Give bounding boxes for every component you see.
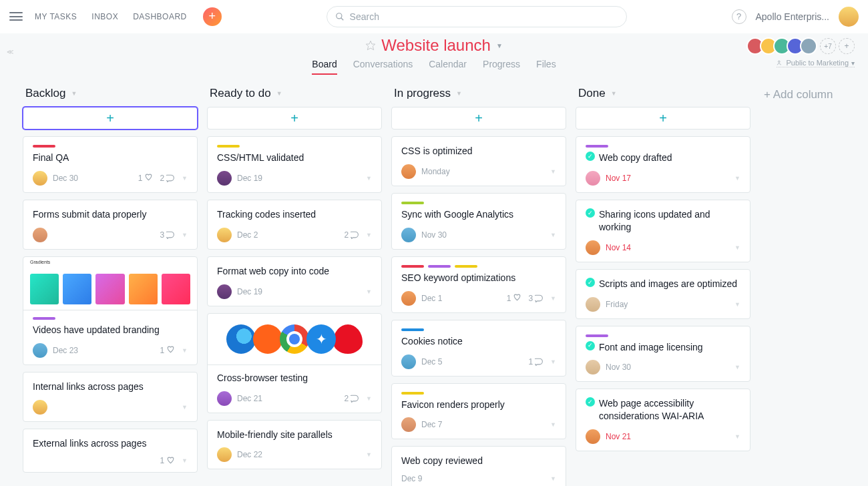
assignee-avatar[interactable] [586,297,600,312]
card[interactable]: ✦Cross-browser testingDec 212▼ [207,313,382,413]
card-menu-chevron[interactable]: ▼ [366,175,372,182]
card-menu-chevron[interactable]: ▼ [734,175,740,182]
nav-my-tasks[interactable]: MY TASKS [35,12,77,21]
card-menu-chevron[interactable]: ▼ [366,451,372,458]
search-input[interactable]: Search [327,6,627,27]
card[interactable]: Forms submit data properly3▼ [23,200,198,250]
card[interactable]: CSS is optimizedMonday▼ [391,136,566,186]
card-menu-chevron[interactable]: ▼ [550,358,556,365]
tab-files[interactable]: Files [536,59,556,75]
card[interactable]: GradientsVideos have updated brandingDec… [23,256,198,365]
assignee-avatar[interactable] [33,171,47,186]
help-button[interactable]: ? [732,9,746,24]
card[interactable]: SEO keyword optimizationsDec 113▼ [391,256,566,313]
assignee-avatar[interactable] [586,360,600,375]
card[interactable]: Tracking codes insertedDec 22▼ [207,200,382,250]
star-icon[interactable] [365,40,376,51]
comments-count[interactable]: 1 [528,357,544,367]
card-menu-chevron[interactable]: ▼ [550,168,556,175]
menu-icon[interactable] [9,10,23,23]
project-members[interactable]: +7 + [750,37,855,55]
assignee-avatar[interactable] [401,164,416,179]
user-avatar[interactable] [839,7,859,27]
project-menu-chevron[interactable]: ▼ [496,42,503,49]
assignee-avatar[interactable] [217,284,232,299]
column-header[interactable]: Done▼ [576,87,750,100]
add-card-button[interactable]: + [391,107,566,130]
card[interactable]: ✓Scripts and images are optimizedFriday▼ [576,269,750,319]
card-menu-chevron[interactable]: ▼ [182,347,188,354]
add-card-button[interactable]: + [576,107,750,130]
assignee-avatar[interactable] [217,171,232,186]
card[interactable]: ✓Sharing icons updated and workingNov 14… [576,200,750,262]
add-button[interactable]: + [203,7,222,26]
members-more[interactable]: +7 [820,38,836,54]
likes-count[interactable]: 1 [160,456,175,465]
card-menu-chevron[interactable]: ▼ [550,475,556,482]
card[interactable]: Mobile-friendly site parallelsDec 22▼ [207,420,382,470]
card-menu-chevron[interactable]: ▼ [550,421,556,428]
assignee-avatar[interactable] [401,354,416,369]
comments-count[interactable]: 2 [160,174,175,183]
card[interactable]: ✓Web copy draftedNov 17▼ [576,136,750,193]
card[interactable]: Cookies noticeDec 51▼ [391,320,566,377]
card-menu-chevron[interactable]: ▼ [734,244,740,251]
column-header[interactable]: Ready to do▼ [207,87,382,100]
card-menu-chevron[interactable]: ▼ [182,404,188,411]
assignee-avatar[interactable] [401,417,416,432]
add-column-button[interactable]: + Add column [760,87,833,101]
assignee-avatar[interactable] [401,291,416,306]
card[interactable]: Sync with Google AnalyticsNov 30▼ [391,193,566,250]
card[interactable]: ✓Font and image licensingNov 30▼ [576,326,750,383]
add-card-button[interactable]: + [23,107,198,130]
column-header[interactable]: Backlog▼ [23,87,198,100]
comments-count[interactable]: 2 [344,230,359,240]
card-menu-chevron[interactable]: ▼ [366,288,372,295]
card-menu-chevron[interactable]: ▼ [182,232,188,238]
assignee-avatar[interactable] [401,228,416,242]
assignee-avatar[interactable] [586,429,600,444]
add-card-button[interactable]: + [207,107,382,130]
card-menu-chevron[interactable]: ▼ [366,232,372,238]
likes-count[interactable]: 1 [507,294,522,303]
comments-count[interactable]: 2 [344,394,359,403]
nav-inbox[interactable]: INBOX [91,12,118,21]
workspace-name[interactable]: Apollo Enterpris... [756,11,830,22]
card[interactable]: Web copy reviewedDec 9▼ [391,446,566,486]
add-member-button[interactable]: + [839,38,855,54]
card[interactable]: Format web copy into codeDec 19▼ [207,256,382,306]
tab-board[interactable]: Board [312,59,337,75]
nav-dashboard[interactable]: DASHBOARD [133,12,187,21]
assignee-avatar[interactable] [586,240,600,255]
tab-calendar[interactable]: Calendar [429,59,467,75]
card-menu-chevron[interactable]: ▼ [550,232,556,238]
tab-conversations[interactable]: Conversations [353,59,413,75]
assignee-avatar[interactable] [33,228,47,242]
assignee-avatar[interactable] [217,391,232,406]
card[interactable]: ✓Web page accessibility considerations W… [576,389,750,451]
likes-count[interactable]: 1 [138,174,154,183]
visibility-setting[interactable]: Public to Marketing ▾ [777,59,855,67]
likes-count[interactable]: 1 [160,346,175,355]
assignee-avatar[interactable] [33,343,47,358]
card-menu-chevron[interactable]: ▼ [182,175,188,182]
assignee-avatar[interactable] [33,400,47,415]
card-menu-chevron[interactable]: ▼ [734,301,740,308]
comments-count[interactable]: 3 [160,230,175,240]
member-avatar[interactable] [800,37,817,55]
card[interactable]: Final QADec 3012▼ [23,136,198,193]
column-header[interactable]: In progress▼ [391,87,566,100]
card[interactable]: CSS/HTML validatedDec 19▼ [207,136,382,193]
card[interactable]: External links across pages1▼ [23,429,198,473]
card[interactable]: Favicon renders properlyDec 7▼ [391,383,566,440]
card-menu-chevron[interactable]: ▼ [734,364,740,371]
assignee-avatar[interactable] [586,171,600,186]
card-menu-chevron[interactable]: ▼ [550,295,556,302]
card-menu-chevron[interactable]: ▼ [366,395,372,402]
assignee-avatar[interactable] [217,228,232,242]
card-menu-chevron[interactable]: ▼ [734,433,740,440]
tab-progress[interactable]: Progress [483,59,520,75]
comments-count[interactable]: 3 [528,294,544,303]
card-menu-chevron[interactable]: ▼ [182,457,188,464]
card[interactable]: Internal links across pages▼ [23,372,198,422]
